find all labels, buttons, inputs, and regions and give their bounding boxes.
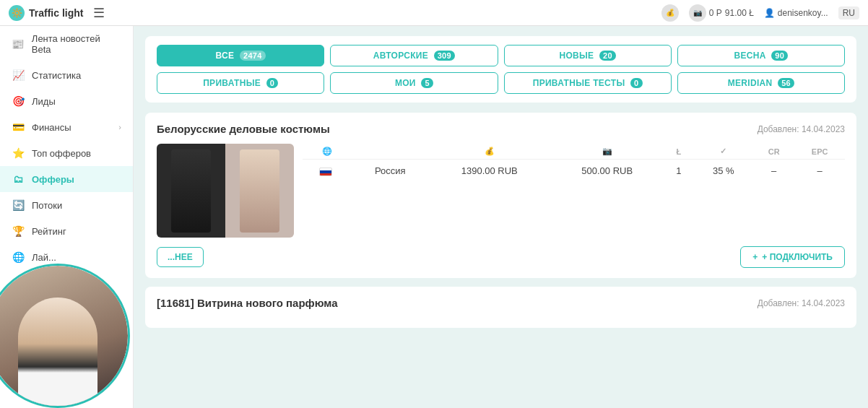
offer-date-value-2: 14.04.2023 — [802, 298, 845, 308]
filter-new-count: 20 — [599, 51, 616, 61]
offer-date-1: Добавлен: 14.04.2023 — [758, 124, 845, 134]
product-image-right — [240, 149, 279, 233]
filter-private-tests-button[interactable]: ПРИВАТНЫЕ ТЕСТЫ 0 — [504, 72, 672, 94]
filter-private-tests-label: ПРИВАТНЫЕ ТЕСТЫ — [533, 78, 625, 88]
finance-arrow-icon: › — [118, 123, 121, 131]
sidebar-flows-label: Потоки — [32, 200, 62, 211]
filter-my-label: МОИ — [395, 78, 416, 88]
user-icon: 👤 — [764, 8, 775, 18]
filter-meridian-button[interactable]: MERIDIAN 56 — [677, 72, 845, 94]
filter-meridian-label: MERIDIAN — [728, 78, 773, 88]
cell-percent: 35 % — [694, 160, 753, 183]
filter-spring-label: ВЕСНА — [734, 51, 766, 61]
col-cr: CR — [753, 144, 794, 160]
filter-author-button[interactable]: АВТОРСКИЕ 309 — [330, 45, 498, 66]
connect-plus-icon: + — [752, 252, 758, 262]
main-layout: 📰 Лента новостей Beta 📈 Статистика 🎯 Лид… — [0, 26, 868, 408]
offer-data-table: 🌐 💰 📷 Ł ✓ CR EPC — [303, 144, 845, 182]
user-nav-item[interactable]: 👤 denisenkoy... — [764, 8, 828, 18]
table-row: Россия 1390.00 RUB 500.00 RUB 1 35 % – – — [303, 160, 845, 183]
offer-header-2: [11681] Витрина нового парфюма Добавлен:… — [157, 297, 845, 309]
leads-icon: 🎯 — [12, 95, 25, 107]
lang-selector[interactable]: RU — [838, 6, 859, 19]
hamburger-icon[interactable]: ☰ — [93, 5, 105, 21]
filter-private-button[interactable]: ПРИВАТНЫЕ 0 — [157, 72, 324, 94]
sidebar-stats-label: Статистика — [32, 70, 81, 81]
offer-date-value-1: 14.04.2023 — [802, 124, 845, 134]
sidebar-item-offers[interactable]: 🗂 Офферы — [0, 166, 133, 192]
flows-icon: 🔄 — [12, 199, 25, 211]
top-nav-right: 💰 📷 0 Р 91.00 Ł 👤 denisenkoy... RU — [661, 4, 859, 22]
cell-cr: – — [753, 160, 794, 183]
sidebar-lands-label: Лай... — [32, 252, 56, 263]
sidebar-item-top-offers[interactable]: ⭐ Топ офферов — [0, 140, 133, 166]
cell-price2: 500.00 RUB — [550, 160, 663, 183]
sidebar-item-leads[interactable]: 🎯 Лиды — [0, 88, 133, 114]
offer-table-1: 🌐 💰 📷 Ł ✓ CR EPC — [303, 144, 845, 238]
sidebar-item-news[interactable]: 📰 Лента новостей Beta — [0, 26, 133, 62]
sidebar-top-offers-label: Топ офферов — [32, 148, 91, 159]
avatar-body — [18, 298, 97, 408]
sidebar-item-stats[interactable]: 📈 Статистика — [0, 62, 133, 88]
offer-id-2: [11681] — [157, 297, 194, 309]
offers-icon: 🗂 — [12, 173, 25, 185]
cell-epc: – — [794, 160, 845, 183]
filter-author-count: 309 — [434, 51, 455, 61]
sidebar-item-rating[interactable]: 🏆 Рейтинг — [0, 218, 133, 244]
top-offers-icon: ⭐ — [12, 147, 25, 159]
col-geo: 🌐 — [303, 144, 352, 160]
connect-button[interactable]: + + ПОДКЛЮЧИТЬ — [740, 246, 845, 268]
filter-private-tests-count: 0 — [630, 78, 642, 88]
offer-card-2: [11681] Витрина нового парфюма Добавлен:… — [145, 287, 856, 328]
sidebar-leads-label: Лиды — [32, 96, 56, 107]
news-icon: 📰 — [12, 38, 25, 50]
offer-body-1: 🌐 💰 📷 Ł ✓ CR EPC — [157, 144, 845, 238]
filter-spring-count: 90 — [771, 51, 788, 61]
cell-country: Россия — [352, 160, 428, 183]
offer-image-1 — [157, 144, 294, 238]
offer-image-right — [225, 144, 294, 238]
offer-title-1: Белорусские деловые костюмы — [157, 123, 330, 135]
balance-r: 0 Р — [709, 8, 722, 18]
camera-icon-item[interactable]: 📷 0 Р 91.00 Ł — [689, 4, 754, 22]
app-name: Traffic light — [29, 7, 83, 19]
sidebar-finance-label: Финансы — [32, 122, 71, 133]
avatar-placeholder — [0, 266, 128, 406]
connect-button-label: + ПОДКЛЮЧИТЬ — [762, 252, 833, 262]
finance-icon: 💳 — [12, 121, 25, 133]
cell-price1: 1390.00 RUB — [428, 160, 550, 183]
col-price1: 💰 — [428, 144, 550, 160]
bonus-icon-item[interactable]: 💰 — [661, 4, 679, 22]
more-button[interactable]: ...НЕЕ — [157, 247, 204, 267]
filter-private-count: 0 — [266, 78, 278, 88]
col-num: Ł — [664, 144, 694, 160]
sidebar: 📰 Лента новостей Beta 📈 Статистика 🎯 Лид… — [0, 26, 134, 408]
russia-flag-icon — [319, 168, 332, 176]
filter-all-label: ВСЕ — [216, 51, 235, 61]
filter-spring-button[interactable]: ВЕСНА 90 — [677, 45, 845, 66]
col-check: ✓ — [694, 144, 753, 160]
sidebar-item-finance[interactable]: 💳 Финансы › — [0, 114, 133, 140]
col-epc: EPC — [794, 144, 845, 160]
top-nav: 🔆 Traffic light ☰ 💰 📷 0 Р 91.00 Ł 👤 deni… — [0, 0, 868, 26]
sidebar-offers-label: Офферы — [32, 174, 74, 185]
rating-icon: 🏆 — [12, 225, 25, 237]
offer-title-2: [11681] Витрина нового парфюма — [157, 297, 338, 309]
app-logo: 🔆 Traffic light — [9, 5, 83, 21]
sidebar-news-label: Лента новостей Beta — [32, 33, 121, 55]
product-image-left — [171, 149, 211, 233]
col-country — [352, 144, 428, 160]
camera-icon: 📷 — [689, 4, 706, 22]
logo-icon: 🔆 — [9, 5, 25, 21]
balance-amount: 91.00 Ł — [725, 8, 754, 18]
offer-image-left — [157, 144, 225, 238]
filter-new-button[interactable]: НОВЫЕ 20 — [504, 45, 672, 66]
filter-my-button[interactable]: МОИ 5 — [330, 72, 498, 94]
offer-date-label-1: Добавлен: — [758, 124, 799, 134]
col-price2: 📷 — [550, 144, 663, 160]
sidebar-item-flows[interactable]: 🔄 Потоки — [0, 192, 133, 218]
offer-date-2: Добавлен: 14.04.2023 — [758, 298, 845, 308]
filter-new-label: НОВЫЕ — [559, 51, 594, 61]
filter-all-button[interactable]: ВСЕ 2474 — [157, 45, 324, 66]
cell-flag — [303, 160, 352, 183]
